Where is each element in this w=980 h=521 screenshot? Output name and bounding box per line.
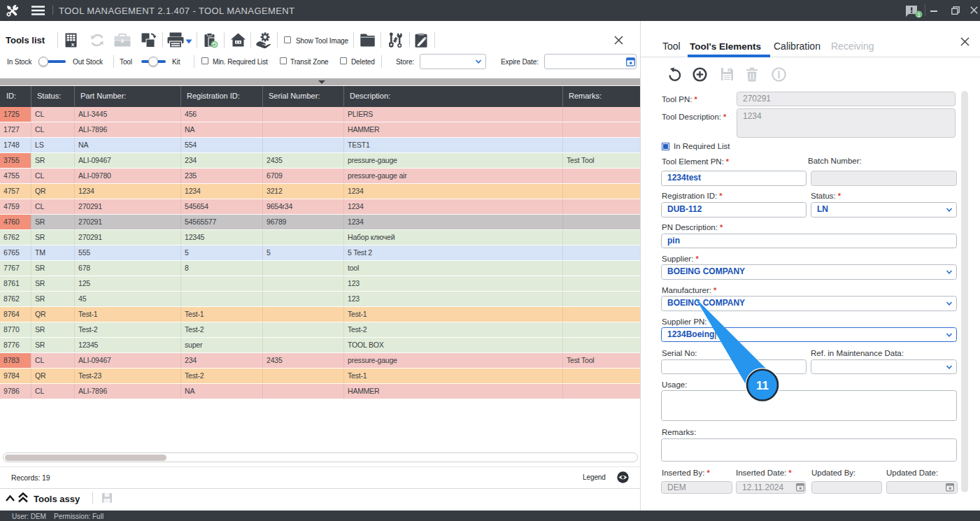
svg-text:1: 1 [917,11,921,18]
svg-text:x: x [71,41,75,48]
svg-text:11: 11 [756,379,769,392]
